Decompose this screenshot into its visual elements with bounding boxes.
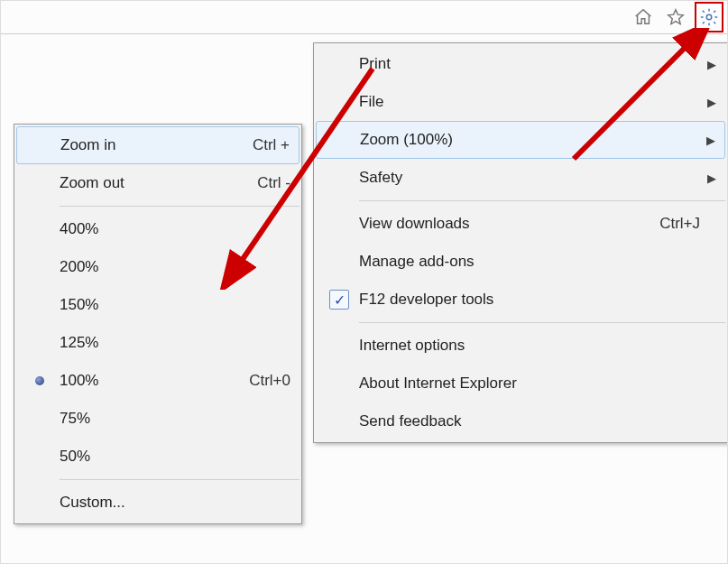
menu-item-internet-options[interactable]: Internet options	[316, 327, 725, 365]
menu-label: 75%	[60, 410, 290, 428]
menu-item-zoom-125[interactable]: 125%	[16, 324, 299, 362]
menu-shortcut: Ctrl -	[239, 174, 290, 192]
menu-item-zoom-50[interactable]: 50%	[16, 438, 299, 476]
menu-label: Manage add-ons	[359, 253, 700, 271]
menu-item-manage-addons[interactable]: Manage add-ons	[316, 243, 725, 281]
menu-item-view-downloads[interactable]: View downloads Ctrl+J	[316, 205, 725, 243]
submenu-arrow-icon: ▶	[700, 96, 716, 109]
menu-item-zoom-200[interactable]: 200%	[16, 248, 299, 286]
menu-item-about-ie[interactable]: About Internet Explorer	[316, 365, 725, 402]
star-icon[interactable]	[662, 4, 689, 31]
submenu-arrow-icon: ▶	[699, 134, 715, 147]
home-icon[interactable]	[630, 4, 657, 31]
menu-label: 200%	[60, 258, 290, 276]
check-icon: ✓	[329, 290, 349, 310]
menu-item-zoom-out[interactable]: Zoom out Ctrl -	[16, 164, 299, 202]
menu-item-print[interactable]: Print ▶	[316, 45, 725, 83]
svg-point-0	[706, 14, 712, 20]
menu-label: Send feedback	[359, 412, 700, 430]
menu-item-zoom-custom[interactable]: Custom...	[16, 484, 299, 522]
menu-separator	[60, 479, 299, 480]
menu-item-f12-devtools[interactable]: ✓ F12 developer tools	[316, 281, 725, 319]
menu-item-zoom-100[interactable]: 100% Ctrl+0	[16, 362, 299, 400]
menu-label: 150%	[60, 296, 290, 314]
menu-label: Internet options	[359, 337, 700, 355]
menu-label: View downloads	[359, 215, 641, 233]
menu-label: 50%	[60, 448, 290, 466]
submenu-arrow-icon: ▶	[700, 58, 716, 71]
tools-menu: Print ▶ File ▶ Zoom (100%) ▶ Safety ▶ Vi…	[313, 42, 728, 443]
menu-label: 400%	[60, 220, 290, 238]
menu-shortcut: Ctrl+J	[641, 215, 700, 233]
menu-separator	[60, 206, 299, 207]
menu-shortcut: Ctrl+0	[231, 372, 290, 390]
menu-item-send-feedback[interactable]: Send feedback	[316, 402, 725, 440]
menu-item-zoom-75[interactable]: 75%	[16, 400, 299, 438]
zoom-submenu: Zoom in Ctrl + Zoom out Ctrl - 400% 200%…	[14, 124, 302, 524]
submenu-arrow-icon: ▶	[700, 171, 716, 185]
menu-item-zoom-in[interactable]: Zoom in Ctrl +	[16, 126, 299, 164]
menu-item-file[interactable]: File ▶	[316, 83, 725, 121]
menu-item-zoom-400[interactable]: 400%	[16, 210, 299, 248]
menu-shortcut: Ctrl +	[235, 136, 290, 154]
radio-selected-icon	[35, 376, 44, 385]
menu-label: Zoom out	[60, 174, 239, 192]
tools-button-highlight	[695, 2, 723, 32]
toolbar-divider	[1, 33, 727, 34]
browser-toolbar	[626, 1, 727, 33]
menu-label: Safety	[359, 169, 700, 187]
menu-item-zoom-150[interactable]: 150%	[16, 286, 299, 324]
menu-label: About Internet Explorer	[359, 374, 700, 393]
menu-label: File	[359, 93, 700, 111]
menu-label: Custom...	[60, 494, 290, 512]
menu-label: 125%	[60, 334, 290, 352]
menu-item-zoom[interactable]: Zoom (100%) ▶	[316, 121, 725, 159]
gear-icon[interactable]	[699, 7, 719, 27]
menu-label: 100%	[60, 372, 231, 390]
menu-separator	[359, 322, 725, 323]
menu-label: Print	[359, 55, 700, 73]
menu-separator	[359, 200, 725, 201]
menu-item-safety[interactable]: Safety ▶	[316, 159, 725, 197]
menu-label: Zoom in	[60, 136, 235, 154]
menu-label: F12 developer tools	[359, 291, 700, 309]
menu-label: Zoom (100%)	[360, 131, 699, 149]
